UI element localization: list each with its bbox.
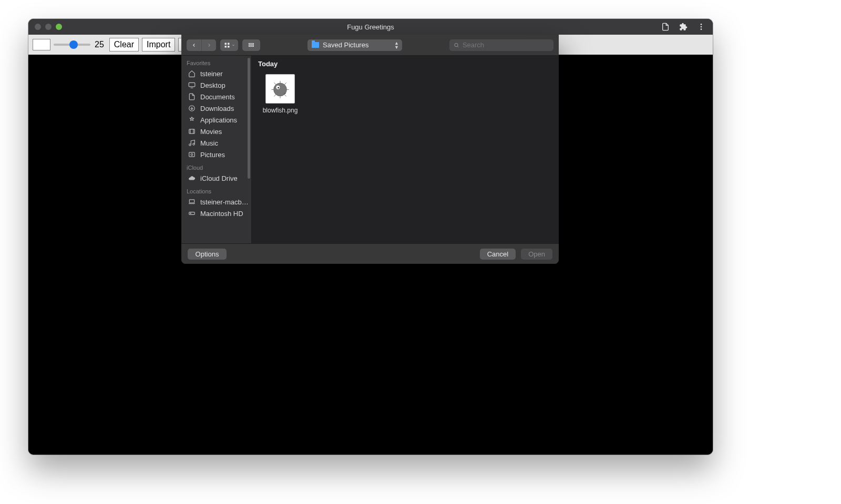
desktop-icon [188, 81, 196, 89]
sidebar-item-home[interactable]: tsteiner [181, 68, 251, 79]
disk-icon [188, 209, 196, 218]
sidebar-section-locations: Locations [181, 184, 251, 196]
pictures-icon [188, 150, 196, 159]
svg-line-31 [274, 83, 275, 84]
file-name: blowfish.png [263, 107, 298, 114]
path-dropdown[interactable]: Saved Pictures ▲▼ [307, 39, 402, 51]
svg-line-35 [274, 95, 275, 96]
cloud-icon [188, 174, 196, 182]
svg-point-18 [189, 144, 191, 146]
svg-line-36 [284, 95, 286, 96]
window-title: Fugu Greetings [28, 23, 713, 31]
open-button[interactable]: Open [521, 249, 552, 260]
close-window-button[interactable] [35, 24, 41, 30]
downloads-icon [188, 104, 196, 112]
view-mode-button[interactable] [220, 39, 238, 51]
search-field[interactable] [449, 39, 553, 51]
sidebar-item-music[interactable]: Music [181, 137, 251, 149]
file-dialog-sidebar: Favorites tsteiner Desktop Documents Dow… [181, 56, 252, 243]
music-icon [188, 139, 196, 147]
minimize-window-button[interactable] [45, 24, 52, 30]
sidebar-item-label: Downloads [200, 105, 234, 112]
svg-point-9 [455, 43, 458, 46]
file-grid: blowfish.png [252, 70, 559, 118]
cancel-button[interactable]: Cancel [480, 249, 516, 260]
svg-point-2 [701, 28, 702, 30]
sidebar-item-label: Movies [200, 128, 222, 136]
svg-rect-24 [189, 212, 195, 215]
app-window: Fugu Greetings 25 Clear Import Export [28, 19, 713, 455]
sidebar-item-pictures[interactable]: Pictures [181, 149, 251, 160]
brush-size-slider[interactable] [54, 40, 90, 49]
dialog-footer: Options Cancel Open [181, 244, 559, 264]
sidebar-item-label: Music [200, 139, 218, 147]
fullscreen-window-button[interactable] [56, 24, 62, 30]
window-controls [28, 24, 62, 30]
sidebar-item-downloads[interactable]: Downloads [181, 102, 251, 114]
titlebar-actions [661, 23, 713, 31]
sidebar-item-label: Macintosh HD [200, 210, 243, 218]
svg-rect-3 [225, 43, 227, 45]
sidebar-item-icloud-drive[interactable]: iCloud Drive [181, 172, 251, 184]
svg-line-32 [284, 83, 286, 84]
options-button[interactable]: Options [188, 249, 227, 260]
sidebar-item-desktop[interactable]: Desktop [181, 79, 251, 91]
document-icon[interactable] [661, 23, 670, 31]
sidebar-item-label: Pictures [200, 151, 225, 159]
sidebar-item-documents[interactable]: Documents [181, 91, 251, 102]
titlebar: Fugu Greetings [28, 19, 713, 35]
sidebar-item-label: iCloud Drive [200, 174, 238, 182]
svg-point-29 [278, 87, 279, 89]
svg-rect-4 [228, 43, 230, 45]
sidebar-item-macintosh-hd[interactable]: Macintosh HD [181, 208, 251, 219]
home-icon [188, 69, 196, 78]
svg-rect-8 [249, 45, 254, 46]
sidebar-item-label: Desktop [200, 81, 225, 89]
svg-rect-5 [225, 46, 227, 48]
import-button[interactable]: Import [142, 38, 175, 52]
color-swatch[interactable] [33, 39, 50, 50]
nav-segment [187, 39, 216, 51]
sidebar-scrollbar[interactable] [248, 58, 250, 241]
svg-point-0 [701, 24, 702, 25]
laptop-icon [188, 198, 196, 206]
folder-icon [312, 42, 319, 48]
file-open-dialog: Saved Pictures ▲▼ Favorites tsteiner Des… [181, 35, 559, 264]
nav-forward-button[interactable] [201, 39, 216, 51]
applications-icon [188, 116, 196, 124]
svg-rect-15 [189, 129, 195, 133]
svg-rect-20 [189, 152, 195, 157]
group-header: Today [252, 56, 559, 70]
more-icon[interactable] [697, 23, 705, 31]
svg-point-25 [190, 213, 191, 213]
group-by-button[interactable] [242, 39, 260, 51]
sidebar-item-applications[interactable]: Applications [181, 114, 251, 126]
sidebar-item-label: tsteiner-macb… [200, 198, 249, 206]
sidebar-section-icloud: iCloud [181, 160, 251, 172]
sidebar-item-label: Applications [200, 116, 237, 124]
sidebar-item-laptop[interactable]: tsteiner-macb… [181, 196, 251, 208]
sidebar-item-label: Documents [200, 93, 235, 101]
sidebar-item-movies[interactable]: Movies [181, 126, 251, 137]
dialog-toolbar: Saved Pictures ▲▼ [181, 35, 559, 56]
extension-icon[interactable] [679, 23, 688, 31]
svg-point-1 [701, 26, 702, 28]
sidebar-item-label: tsteiner [200, 70, 223, 78]
documents-icon [188, 92, 196, 101]
svg-rect-22 [189, 200, 194, 203]
svg-rect-6 [228, 46, 230, 48]
clear-button[interactable]: Clear [109, 38, 139, 52]
brush-size-value: 25 [95, 40, 104, 49]
path-label: Saved Pictures [323, 41, 368, 49]
movies-icon [188, 127, 196, 136]
svg-point-21 [191, 153, 193, 156]
file-list: Today [252, 56, 559, 243]
svg-line-10 [458, 46, 459, 47]
scrollbar-thumb[interactable] [248, 58, 250, 179]
search-icon [454, 42, 459, 48]
search-input[interactable] [463, 41, 549, 49]
nav-back-button[interactable] [187, 39, 201, 51]
dialog-body: Favorites tsteiner Desktop Documents Dow… [181, 56, 559, 244]
svg-rect-11 [189, 83, 195, 87]
file-item[interactable]: blowfish.png [258, 74, 302, 114]
